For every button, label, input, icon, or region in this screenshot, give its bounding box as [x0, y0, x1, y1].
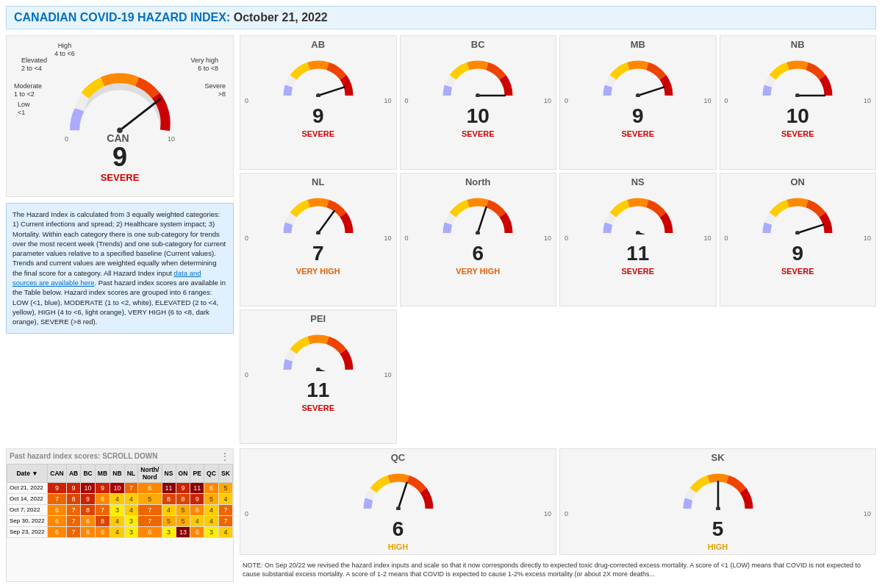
gauge-status-bc: SEVERE — [462, 129, 495, 138]
table-cell-value: 6 — [190, 526, 204, 537]
table-cell-value: 7 — [66, 515, 80, 526]
table-cell-value: 6 — [138, 526, 162, 537]
table-cell-value: 6 — [95, 526, 110, 537]
gauge-mb: MB 010 9 SEVERE — [559, 35, 717, 170]
table-row: Oct 7, 2022678734745647 — [7, 504, 233, 515]
gauge-label-qc: QC — [391, 452, 406, 463]
table-cell-value: 9 — [81, 493, 95, 504]
table-column-header: AB — [66, 464, 80, 482]
table-header-bar: Past hazard index scores: SCROLL DOWN ⋮ — [7, 449, 233, 464]
note-box: NOTE: On Sep 20/22 we revised the hazard… — [240, 558, 876, 582]
table-cell-date: Sep 30, 2022 — [7, 515, 48, 526]
gauge-label-north: North — [465, 176, 491, 187]
gauge-nb: NB 010 10 SEVERE — [720, 35, 877, 170]
table-cell-value: 5 — [176, 515, 190, 526]
legend-moderate: Moderate — [14, 82, 42, 90]
gauge-scale-ab: 010 — [242, 97, 395, 104]
table-cell-value: 11 — [190, 482, 204, 493]
info-box: The Hazard Index is calculated from 3 eq… — [6, 203, 234, 334]
data-table: Date ▼CANABBCMBNBNLNorth/NordNSONPEQCSK … — [7, 464, 233, 538]
legend-very-high: Very high — [190, 57, 218, 65]
table-column-header: BC — [81, 464, 95, 482]
gauge-status-pei: SEVERE — [301, 404, 334, 412]
table-row: Oct 14, 2022789644588954 — [7, 493, 233, 504]
table-cell-value: 7 — [138, 504, 162, 515]
gauge-label-ab: AB — [311, 39, 325, 50]
gauge-value-qc: 6 — [392, 519, 404, 539]
gauge-on: ON 010 9 SEVERE — [720, 173, 877, 307]
gauge-label-sk: SK — [711, 452, 724, 463]
table-cell-value: 4 — [218, 526, 232, 537]
gauge-value-nl: 7 — [312, 243, 324, 264]
table-row: Sep 30, 2022676843755447 — [7, 515, 233, 526]
gauge-status-can: SEVERE — [101, 172, 140, 183]
gauge-can: High 4 to <6 Elevated 2 to <4 Very high … — [6, 35, 234, 197]
gauge-status-on: SEVERE — [781, 267, 814, 276]
gauge-status-qc: HIGH — [388, 542, 409, 551]
table-cell-value: 13 — [176, 526, 190, 537]
table-cell-value: 6 — [204, 482, 218, 493]
gauge-label-pei: PEI — [310, 313, 326, 324]
svg-line-6 — [638, 87, 664, 96]
table-cell-value: 9 — [95, 482, 110, 493]
header-title: CANADIAN COVID-19 HAZARD INDEX: — [14, 11, 230, 24]
table-column-header: CAN — [48, 464, 67, 482]
svg-line-20 — [398, 483, 406, 509]
svg-line-2 — [318, 87, 344, 96]
svg-line-10 — [318, 211, 334, 233]
gauge-scale-bc: 010 — [402, 97, 555, 104]
table-cell-value: 4 — [110, 515, 124, 526]
table-cell-value: 7 — [95, 504, 110, 515]
table-column-header: Date ▼ — [7, 464, 48, 482]
table-column-header: North/Nord — [138, 464, 162, 482]
table-column-header: MB — [95, 464, 110, 482]
header-date: October 21, 2022 — [234, 11, 328, 24]
table-row: Sep 23, 20226766436313634 — [7, 526, 233, 537]
table-cell-value: 4 — [218, 493, 232, 504]
gauge-label-nl: NL — [312, 176, 324, 187]
table-cell-date: Oct 14, 2022 — [7, 493, 48, 504]
table-cell-date: Sep 23, 2022 — [7, 526, 48, 537]
table-cell-value: 3 — [124, 515, 138, 526]
gauge-value-north: 6 — [472, 243, 484, 264]
gauge-scale-nl: 010 — [242, 234, 395, 242]
table-cell-value: 6 — [48, 504, 67, 515]
gauge-value-nb: 10 — [786, 106, 809, 126]
table-cell-value: 9 — [176, 482, 190, 493]
table-cell-value: 4 — [124, 504, 138, 515]
table-cell-value: 10 — [110, 482, 124, 493]
gauge-scale-qc: 010 — [242, 510, 554, 517]
gauge-scale-on: 010 — [722, 234, 875, 242]
gauge-label-on: ON — [791, 176, 806, 187]
table-menu-icon[interactable]: ⋮ — [220, 451, 230, 462]
table-cell-value: 4 — [124, 493, 138, 504]
table-cell-value: 9 — [190, 493, 204, 504]
gauge-status-ab: SEVERE — [301, 129, 334, 138]
gauge-value-pei: 11 — [306, 380, 329, 401]
table-cell-value: 6 — [190, 504, 204, 515]
table-cell-value: 6 — [81, 515, 95, 526]
table-cell-value: 4 — [110, 526, 124, 537]
info-text: The Hazard Index is calculated from 3 eq… — [12, 210, 226, 277]
table-cell-value: 9 — [66, 482, 80, 493]
table-cell-value: 6 — [138, 482, 162, 493]
table-column-header: SK — [218, 464, 232, 482]
gauge-sk: SK 010 5 HIGH — [559, 448, 876, 555]
gauge-value-ns: 11 — [626, 243, 649, 264]
table-cell-value: 4 — [190, 515, 204, 526]
gauge-scale-0: 0 — [65, 135, 68, 144]
gauge-scale-ns: 010 — [562, 234, 714, 242]
table-cell-value: 6 — [48, 515, 67, 526]
table-column-header: NL — [124, 464, 138, 482]
table-cell-date: Oct 21, 2022 — [7, 482, 48, 493]
table-cell-value: 5 — [162, 515, 176, 526]
gauge-scale-nb: 010 — [722, 97, 875, 104]
table-cell-value: 8 — [176, 493, 190, 504]
table-cell-value: 8 — [66, 493, 80, 504]
table-cell-value: 4 — [204, 504, 218, 515]
gauge-status-nb: SEVERE — [781, 129, 814, 138]
legend-elevated: Elevated — [21, 57, 47, 65]
table-title: Past hazard index scores: SCROLL DOWN — [10, 452, 158, 460]
svg-line-16 — [797, 224, 823, 232]
table-cell-value: 4 — [204, 515, 218, 526]
